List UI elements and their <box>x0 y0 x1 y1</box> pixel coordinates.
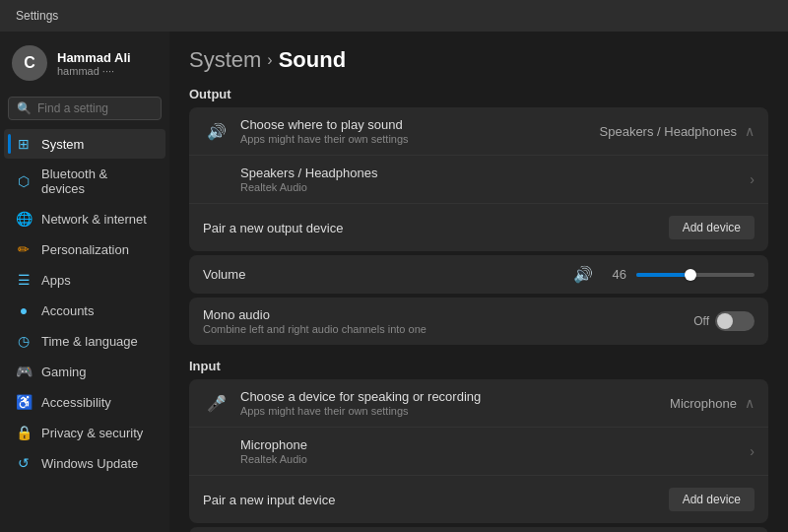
sidebar-item-privacy[interactable]: 🔒 Privacy & security <box>4 418 165 447</box>
pair-output-label: Pair a new output device <box>203 221 669 235</box>
nav-icon-gaming: 🎮 <box>16 364 32 379</box>
speakers-subtitle: Realtek Audio <box>240 181 750 193</box>
nav-label-time: Time & language <box>41 334 138 349</box>
choose-output-subtitle: Apps might have their own settings <box>240 133 600 145</box>
nav-icon-apps: ☰ <box>16 272 32 288</box>
sidebar-item-accessibility[interactable]: ♿ Accessibility <box>4 387 165 417</box>
choose-output-row[interactable]: 🔊 Choose where to play sound Apps might … <box>189 107 768 156</box>
output-speaker-icon: 🔊 <box>203 117 230 145</box>
output-section-label: Output <box>189 87 768 101</box>
search-icon: 🔍 <box>17 101 32 115</box>
nav-icon-accessibility: ♿ <box>16 394 32 410</box>
nav-label-system: System <box>41 137 84 152</box>
volume-input-row: Volume 🎤 100 <box>189 527 768 532</box>
microphone-row[interactable]: Microphone Realtek Audio › <box>189 428 768 476</box>
nav-icon-update: ↺ <box>16 455 32 471</box>
nav-label-apps: Apps <box>41 273 71 288</box>
title-bar-text: Settings <box>16 9 58 23</box>
user-section[interactable]: C Hammad Ali hammad ···· <box>0 32 169 93</box>
mono-subtitle: Combine left and right audio channels in… <box>203 323 693 335</box>
pair-input-label: Pair a new input device <box>203 493 669 507</box>
search-box[interactable]: 🔍 <box>8 97 162 120</box>
nav-icon-accounts: ● <box>16 302 32 318</box>
sidebar-item-update[interactable]: ↺ Windows Update <box>4 448 165 478</box>
breadcrumb-parent: System <box>189 47 261 73</box>
sidebar-item-time[interactable]: ◷ Time & language <box>4 326 165 356</box>
user-email: hammad ···· <box>57 65 131 77</box>
nav-label-accounts: Accounts <box>41 303 94 318</box>
pair-input-row: Pair a new input device Add device <box>189 476 768 523</box>
nav-label-privacy: Privacy & security <box>41 426 143 440</box>
breadcrumb: System › Sound <box>189 47 768 73</box>
content-area: System › Sound Output 🔊 Choose where to … <box>169 32 788 532</box>
nav-list: ⊞ System ⬡ Bluetooth & devices 🌐 Network… <box>0 128 169 479</box>
sidebar-item-bluetooth[interactable]: ⬡ Bluetooth & devices <box>4 160 165 203</box>
avatar: C <box>12 45 47 81</box>
search-input[interactable] <box>37 101 153 115</box>
volume-output-row: Volume 🔊 46 <box>189 255 768 294</box>
breadcrumb-current: Sound <box>279 47 346 73</box>
speakers-row[interactable]: Speakers / Headphones Realtek Audio › <box>189 156 768 204</box>
nav-icon-system: ⊞ <box>16 136 32 152</box>
microphone-title: Microphone <box>240 437 750 452</box>
volume-output-label: Volume <box>203 267 563 282</box>
speakers-chevron-icon: › <box>750 171 755 187</box>
nav-label-bluetooth: Bluetooth & devices <box>41 166 154 196</box>
choose-input-title: Choose a device for speaking or recordin… <box>240 389 670 404</box>
sidebar-item-accounts[interactable]: ● Accounts <box>4 296 165 325</box>
output-device-value: Speakers / Headphones <box>600 124 737 139</box>
title-bar: Settings <box>0 0 788 32</box>
mono-state-label: Off <box>693 314 709 328</box>
input-section-label: Input <box>189 359 768 373</box>
nav-icon-network: 🌐 <box>16 211 32 227</box>
mono-toggle[interactable] <box>715 311 755 331</box>
choose-output-title: Choose where to play sound <box>240 117 600 132</box>
sidebar-item-gaming[interactable]: 🎮 Gaming <box>4 357 165 386</box>
input-device-value: Microphone <box>670 396 737 411</box>
choose-input-subtitle: Apps might have their own settings <box>240 405 670 417</box>
nav-icon-personalization: ✏ <box>16 241 32 257</box>
microphone-icon <box>203 437 230 465</box>
mono-audio-row: Mono audio Combine left and right audio … <box>189 298 768 345</box>
sidebar-item-network[interactable]: 🌐 Network & internet <box>4 204 165 233</box>
add-output-device-button[interactable]: Add device <box>669 216 755 239</box>
pair-output-row: Pair a new output device Add device <box>189 204 768 251</box>
mono-title: Mono audio <box>203 307 693 322</box>
sidebar-item-apps[interactable]: ☰ Apps <box>4 265 165 295</box>
nav-label-accessibility: Accessibility <box>41 395 111 410</box>
add-input-device-button[interactable]: Add device <box>669 488 755 511</box>
nav-icon-privacy: 🔒 <box>16 425 32 440</box>
input-card: 🎤 Choose a device for speaking or record… <box>189 379 768 523</box>
nav-icon-bluetooth: ⬡ <box>16 173 32 189</box>
microphone-subtitle: Realtek Audio <box>240 453 750 465</box>
nav-label-network: Network & internet <box>41 212 147 227</box>
speakers-icon <box>203 166 230 193</box>
volume-output-value: 46 <box>603 267 626 282</box>
choose-input-row[interactable]: 🎤 Choose a device for speaking or record… <box>189 379 768 428</box>
breadcrumb-sep: › <box>267 51 272 69</box>
nav-label-update: Windows Update <box>41 456 138 471</box>
sidebar: C Hammad Ali hammad ···· 🔍 ⊞ System ⬡ Bl… <box>0 32 169 532</box>
user-name: Hammad Ali <box>57 50 131 65</box>
volume-output-slider[interactable] <box>636 273 755 277</box>
nav-icon-time: ◷ <box>16 333 32 349</box>
sidebar-item-personalization[interactable]: ✏ Personalization <box>4 234 165 264</box>
output-card: 🔊 Choose where to play sound Apps might … <box>189 107 768 251</box>
nav-label-gaming: Gaming <box>41 365 87 379</box>
nav-label-personalization: Personalization <box>41 242 129 257</box>
microphone-chevron-icon: › <box>750 443 755 459</box>
input-chevron-icon: ∧ <box>745 395 755 411</box>
input-mic-icon: 🎤 <box>203 389 230 417</box>
volume-output-icon: 🔊 <box>573 265 593 284</box>
mono-toggle-knob <box>717 313 733 329</box>
output-chevron-icon: ∧ <box>745 123 755 139</box>
speakers-title: Speakers / Headphones <box>240 166 750 180</box>
sidebar-item-system[interactable]: ⊞ System <box>4 129 165 159</box>
